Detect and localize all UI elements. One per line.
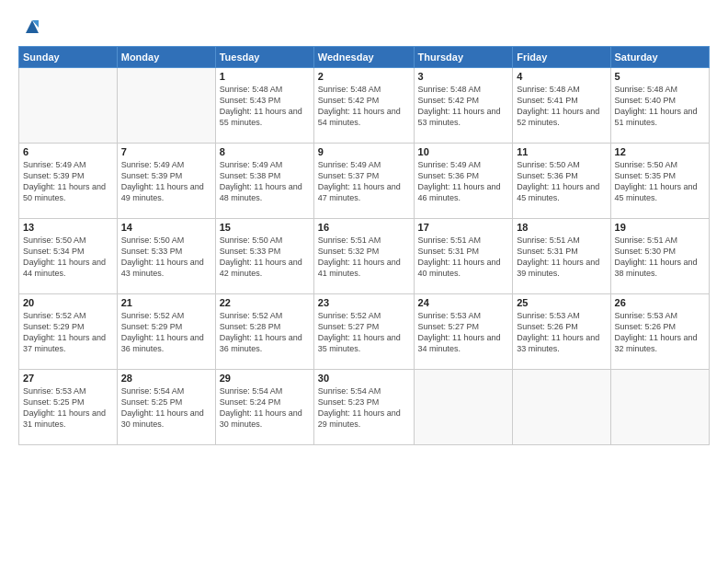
calendar-cell: 22Sunrise: 5:52 AMSunset: 5:28 PMDayligh…: [215, 294, 313, 370]
header: [18, 17, 710, 37]
calendar-cell: 8Sunrise: 5:49 AMSunset: 5:38 PMDaylight…: [215, 144, 313, 219]
day-number: 5: [615, 71, 705, 82]
calendar-cell: 10Sunrise: 5:49 AMSunset: 5:36 PMDayligh…: [414, 144, 513, 219]
day-number: 27: [23, 373, 113, 384]
calendar-cell: [117, 68, 215, 144]
calendar-cell: [513, 370, 610, 445]
weekday-header-friday: Friday: [513, 47, 610, 68]
calendar-cell: 18Sunrise: 5:51 AMSunset: 5:31 PMDayligh…: [513, 219, 610, 294]
calendar-cell: [610, 370, 709, 445]
day-number: 19: [615, 222, 705, 233]
day-info: Sunrise: 5:49 AMSunset: 5:39 PMDaylight:…: [121, 159, 211, 204]
day-info: Sunrise: 5:49 AMSunset: 5:38 PMDaylight:…: [220, 159, 310, 204]
day-number: 2: [318, 71, 410, 82]
day-info: Sunrise: 5:50 AMSunset: 5:35 PMDaylight:…: [615, 159, 705, 204]
day-info: Sunrise: 5:50 AMSunset: 5:33 PMDaylight:…: [220, 235, 310, 280]
day-info: Sunrise: 5:50 AMSunset: 5:33 PMDaylight:…: [121, 235, 211, 280]
day-info: Sunrise: 5:49 AMSunset: 5:37 PMDaylight:…: [318, 159, 410, 204]
calendar-cell: 4Sunrise: 5:48 AMSunset: 5:41 PMDaylight…: [513, 68, 610, 144]
day-info: Sunrise: 5:51 AMSunset: 5:32 PMDaylight:…: [318, 235, 410, 280]
calendar-cell: [414, 370, 513, 445]
calendar-cell: 21Sunrise: 5:52 AMSunset: 5:29 PMDayligh…: [117, 294, 215, 370]
calendar: SundayMondayTuesdayWednesdayThursdayFrid…: [18, 46, 710, 445]
weekday-header-saturday: Saturday: [610, 47, 709, 68]
calendar-cell: 11Sunrise: 5:50 AMSunset: 5:36 PMDayligh…: [513, 144, 610, 219]
logo-icon: [22, 17, 42, 37]
day-number: 22: [220, 297, 310, 308]
day-number: 29: [220, 373, 310, 384]
logo: [18, 17, 42, 37]
day-number: 9: [318, 146, 410, 157]
day-info: Sunrise: 5:50 AMSunset: 5:34 PMDaylight:…: [23, 235, 113, 280]
day-number: 20: [23, 297, 113, 308]
calendar-cell: 13Sunrise: 5:50 AMSunset: 5:34 PMDayligh…: [19, 219, 118, 294]
weekday-header-sunday: Sunday: [19, 47, 118, 68]
calendar-cell: 26Sunrise: 5:53 AMSunset: 5:26 PMDayligh…: [610, 294, 709, 370]
day-number: 12: [615, 146, 705, 157]
calendar-cell: 17Sunrise: 5:51 AMSunset: 5:31 PMDayligh…: [414, 219, 513, 294]
day-info: Sunrise: 5:53 AMSunset: 5:26 PMDaylight:…: [615, 310, 705, 355]
day-info: Sunrise: 5:49 AMSunset: 5:39 PMDaylight:…: [23, 159, 113, 204]
calendar-cell: 23Sunrise: 5:52 AMSunset: 5:27 PMDayligh…: [313, 294, 414, 370]
week-row-0: 1Sunrise: 5:48 AMSunset: 5:43 PMDaylight…: [19, 68, 710, 144]
day-number: 1: [220, 71, 310, 82]
calendar-cell: 7Sunrise: 5:49 AMSunset: 5:39 PMDaylight…: [117, 144, 215, 219]
day-number: 6: [23, 146, 113, 157]
calendar-cell: 30Sunrise: 5:54 AMSunset: 5:23 PMDayligh…: [313, 370, 414, 445]
calendar-cell: 6Sunrise: 5:49 AMSunset: 5:39 PMDaylight…: [19, 144, 118, 219]
calendar-cell: 25Sunrise: 5:53 AMSunset: 5:26 PMDayligh…: [513, 294, 610, 370]
day-info: Sunrise: 5:53 AMSunset: 5:27 PMDaylight:…: [418, 310, 509, 355]
day-info: Sunrise: 5:54 AMSunset: 5:25 PMDaylight:…: [121, 385, 211, 431]
day-info: Sunrise: 5:52 AMSunset: 5:29 PMDaylight:…: [23, 310, 113, 355]
weekday-header-wednesday: Wednesday: [313, 47, 414, 68]
calendar-cell: 15Sunrise: 5:50 AMSunset: 5:33 PMDayligh…: [215, 219, 313, 294]
calendar-cell: 2Sunrise: 5:48 AMSunset: 5:42 PMDaylight…: [313, 68, 414, 144]
day-info: Sunrise: 5:48 AMSunset: 5:41 PMDaylight:…: [517, 84, 606, 129]
day-info: Sunrise: 5:48 AMSunset: 5:42 PMDaylight:…: [418, 84, 509, 129]
weekday-header-row: SundayMondayTuesdayWednesdayThursdayFrid…: [19, 47, 710, 68]
calendar-cell: 24Sunrise: 5:53 AMSunset: 5:27 PMDayligh…: [414, 294, 513, 370]
day-number: 26: [615, 297, 705, 308]
day-info: Sunrise: 5:51 AMSunset: 5:30 PMDaylight:…: [615, 235, 705, 280]
day-number: 10: [418, 146, 509, 157]
calendar-cell: 20Sunrise: 5:52 AMSunset: 5:29 PMDayligh…: [19, 294, 118, 370]
calendar-cell: 29Sunrise: 5:54 AMSunset: 5:24 PMDayligh…: [215, 370, 313, 445]
day-number: 17: [418, 222, 509, 233]
calendar-cell: 9Sunrise: 5:49 AMSunset: 5:37 PMDaylight…: [313, 144, 414, 219]
day-number: 28: [121, 373, 211, 384]
calendar-cell: 3Sunrise: 5:48 AMSunset: 5:42 PMDaylight…: [414, 68, 513, 144]
day-info: Sunrise: 5:51 AMSunset: 5:31 PMDaylight:…: [517, 235, 606, 280]
calendar-cell: 27Sunrise: 5:53 AMSunset: 5:25 PMDayligh…: [19, 370, 118, 445]
day-number: 7: [121, 146, 211, 157]
day-number: 15: [220, 222, 310, 233]
week-row-4: 27Sunrise: 5:53 AMSunset: 5:25 PMDayligh…: [19, 370, 710, 445]
day-info: Sunrise: 5:54 AMSunset: 5:24 PMDaylight:…: [220, 385, 310, 431]
calendar-cell: 1Sunrise: 5:48 AMSunset: 5:43 PMDaylight…: [215, 68, 313, 144]
day-info: Sunrise: 5:48 AMSunset: 5:42 PMDaylight:…: [318, 84, 410, 129]
day-info: Sunrise: 5:51 AMSunset: 5:31 PMDaylight:…: [418, 235, 509, 280]
day-info: Sunrise: 5:52 AMSunset: 5:27 PMDaylight:…: [318, 310, 410, 355]
calendar-cell: 12Sunrise: 5:50 AMSunset: 5:35 PMDayligh…: [610, 144, 709, 219]
weekday-header-thursday: Thursday: [414, 47, 513, 68]
day-number: 11: [517, 146, 606, 157]
calendar-cell: 19Sunrise: 5:51 AMSunset: 5:30 PMDayligh…: [610, 219, 709, 294]
day-info: Sunrise: 5:53 AMSunset: 5:25 PMDaylight:…: [23, 385, 113, 431]
calendar-cell: 28Sunrise: 5:54 AMSunset: 5:25 PMDayligh…: [117, 370, 215, 445]
page: SundayMondayTuesdayWednesdayThursdayFrid…: [0, 0, 728, 563]
week-row-2: 13Sunrise: 5:50 AMSunset: 5:34 PMDayligh…: [19, 219, 710, 294]
week-row-1: 6Sunrise: 5:49 AMSunset: 5:39 PMDaylight…: [19, 144, 710, 219]
day-number: 25: [517, 297, 606, 308]
day-number: 18: [517, 222, 606, 233]
weekday-header-tuesday: Tuesday: [215, 47, 313, 68]
day-info: Sunrise: 5:49 AMSunset: 5:36 PMDaylight:…: [418, 159, 509, 204]
week-row-3: 20Sunrise: 5:52 AMSunset: 5:29 PMDayligh…: [19, 294, 710, 370]
day-number: 24: [418, 297, 509, 308]
day-number: 14: [121, 222, 211, 233]
day-number: 8: [220, 146, 310, 157]
calendar-cell: [19, 68, 118, 144]
day-number: 30: [318, 373, 410, 384]
weekday-header-monday: Monday: [117, 47, 215, 68]
day-number: 3: [418, 71, 509, 82]
day-number: 21: [121, 297, 211, 308]
day-number: 16: [318, 222, 410, 233]
